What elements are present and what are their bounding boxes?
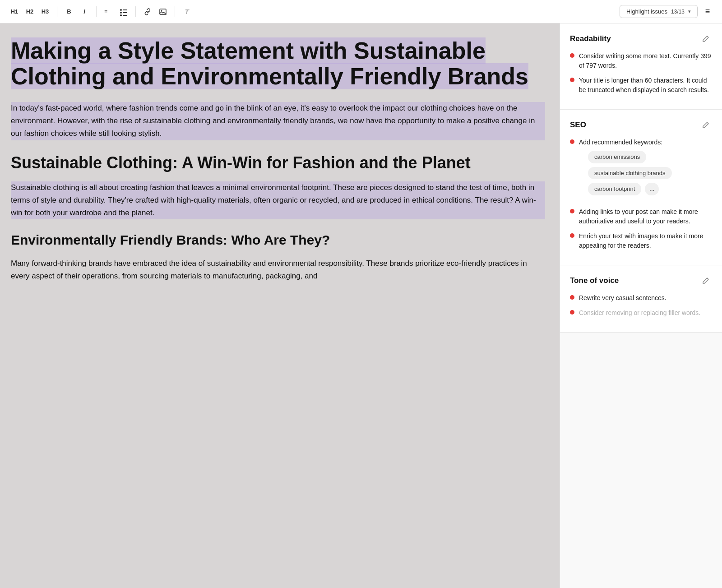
readability-item-1-text: Consider writing some more text. Current… xyxy=(579,51,712,70)
link-icon xyxy=(143,8,152,16)
seo-title: SEO xyxy=(570,120,586,130)
chevron-down-icon: ▾ xyxy=(688,9,691,14)
main-layout: Making a Style Statement with Sustainabl… xyxy=(0,23,722,588)
bold-button[interactable]: B xyxy=(62,5,76,19)
editor-paragraph-1[interactable]: In today's fast-paced world, where fashi… xyxy=(11,102,545,140)
highlight-count: 13/13 xyxy=(671,9,685,15)
svg-point-8 xyxy=(161,10,162,11)
editor-heading-2[interactable]: Sustainable Clothing: A Win-Win for Fash… xyxy=(11,153,545,172)
svg-point-1 xyxy=(120,9,122,11)
highlight-issues-button[interactable]: Highlight issues 13/13 ▾ xyxy=(620,5,698,18)
seo-header: SEO xyxy=(570,119,712,131)
link-button[interactable] xyxy=(140,5,155,19)
tone-item-2-text: Consider removing or replacing filler wo… xyxy=(579,308,700,318)
h1-button[interactable]: H1 xyxy=(7,5,22,19)
unordered-list-button[interactable] xyxy=(116,5,131,19)
bullet-dot-seo-1 xyxy=(570,139,574,144)
h2-button[interactable]: H2 xyxy=(23,5,37,19)
ordered-list-icon: ≡ xyxy=(104,8,112,16)
bullet-dot-2 xyxy=(570,78,574,82)
insert-buttons-group xyxy=(140,5,170,19)
toolbar-divider-3 xyxy=(135,6,136,17)
editor-heading-3[interactable]: Environmentally Friendly Brands: Who Are… xyxy=(11,232,545,248)
image-button[interactable] xyxy=(156,5,170,19)
toolbar: H1 H2 H3 B I ≡ xyxy=(0,0,722,23)
readability-header: Readability xyxy=(570,32,712,45)
svg-rect-4 xyxy=(123,12,127,13)
sidebar: Readability Consider writing some more t… xyxy=(560,23,722,588)
tone-header: Tone of voice xyxy=(570,274,712,287)
clear-format-button[interactable]: T xyxy=(180,5,194,19)
readability-edit-button[interactable] xyxy=(699,32,712,45)
seo-item-2: Adding links to your post can make it mo… xyxy=(570,207,712,226)
tone-item-2: Consider removing or replacing filler wo… xyxy=(570,308,712,318)
ordered-list-button[interactable]: ≡ xyxy=(101,5,116,19)
heading-buttons-group: H1 H2 H3 xyxy=(7,5,52,19)
add-keywords-label: Add recommended keywords: xyxy=(579,139,662,146)
bullet-dot-1 xyxy=(570,53,574,58)
seo-keywords-content: Add recommended keywords: carbon emissio… xyxy=(579,138,712,202)
tone-title: Tone of voice xyxy=(570,276,619,285)
h3-button[interactable]: H3 xyxy=(38,5,52,19)
keyword-carbon-emissions[interactable]: carbon emissions xyxy=(588,151,646,163)
tone-item-1: Rewrite very casual sentences. xyxy=(570,293,712,303)
svg-point-5 xyxy=(120,14,122,16)
keywords-group: carbon emissions sustainable clothing br… xyxy=(588,151,712,195)
editor-paragraph-3[interactable]: Many forward-thinking brands have embrac… xyxy=(11,257,545,282)
seo-item-2-text: Adding links to your post can make it mo… xyxy=(579,207,712,226)
bullet-dot-tone-1 xyxy=(570,295,574,300)
seo-item-3-text: Enrich your text with images to make it … xyxy=(579,231,712,250)
editor-area[interactable]: Making a Style Statement with Sustainabl… xyxy=(0,23,560,588)
editor-paragraph-2[interactable]: Sustainable clothing is all about creati… xyxy=(11,181,545,219)
hamburger-icon: ≡ xyxy=(705,7,710,16)
readability-item-1: Consider writing some more text. Current… xyxy=(570,51,712,70)
keyword-more[interactable]: ... xyxy=(645,183,659,195)
toolbar-divider-4 xyxy=(175,6,175,17)
readability-item-2-text: Your title is longer than 60 characters.… xyxy=(579,76,712,95)
tone-section: Tone of voice Rewrite very casual senten… xyxy=(560,265,722,333)
svg-point-3 xyxy=(120,12,122,14)
bullet-dot-tone-2 xyxy=(570,310,574,315)
pencil-icon xyxy=(702,35,710,43)
format-buttons-group: B I xyxy=(62,5,92,19)
svg-text:≡: ≡ xyxy=(104,9,107,15)
keyword-sustainable-clothing[interactable]: sustainable clothing brands xyxy=(588,167,672,180)
pencil-icon-tone xyxy=(702,277,710,285)
tone-edit-button[interactable] xyxy=(699,274,712,287)
toolbar-divider-2 xyxy=(96,6,97,17)
readability-title: Readability xyxy=(570,34,611,43)
seo-keywords-item: Add recommended keywords: carbon emissio… xyxy=(570,138,712,202)
editor-title-wrap: Making a Style Statement with Sustainabl… xyxy=(11,38,545,89)
pencil-icon-seo xyxy=(702,121,710,129)
unordered-list-icon xyxy=(120,8,128,16)
seo-edit-button[interactable] xyxy=(699,119,712,131)
svg-rect-6 xyxy=(123,15,127,16)
keyword-carbon-footprint[interactable]: carbon footprint xyxy=(588,183,641,195)
bullet-dot-seo-2 xyxy=(570,209,574,213)
highlight-issues-label: Highlight issues xyxy=(626,8,667,15)
list-buttons-group: ≡ xyxy=(101,5,131,19)
italic-button[interactable]: I xyxy=(77,5,92,19)
menu-button[interactable]: ≡ xyxy=(700,5,715,19)
svg-rect-2 xyxy=(123,9,127,10)
readability-item-2: Your title is longer than 60 characters.… xyxy=(570,76,712,95)
seo-item-3: Enrich your text with images to make it … xyxy=(570,231,712,250)
readability-section: Readability Consider writing some more t… xyxy=(560,23,722,110)
seo-section: SEO Add recommended keywords: carbon emi… xyxy=(560,110,722,265)
bullet-dot-seo-3 xyxy=(570,233,574,238)
tone-item-1-text: Rewrite very casual sentences. xyxy=(579,293,666,303)
toolbar-divider-1 xyxy=(57,6,57,17)
image-icon xyxy=(159,8,167,16)
editor-title[interactable]: Making a Style Statement with Sustainabl… xyxy=(11,37,528,89)
